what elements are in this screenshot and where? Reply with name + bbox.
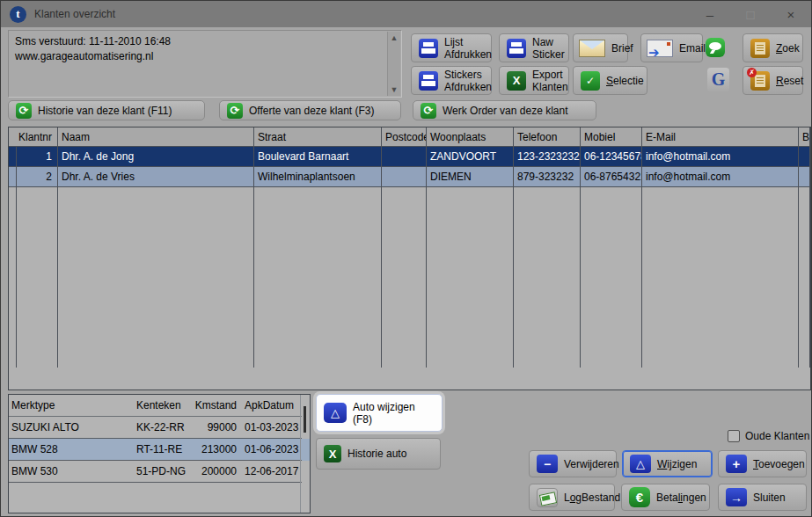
col-klantnr[interactable]: Klantnr bbox=[14, 127, 58, 147]
cell-straat: Boulevard Barnaart bbox=[254, 147, 382, 166]
col-woonplaats[interactable]: Woonplaats bbox=[427, 127, 514, 147]
email-icon: ➔ bbox=[647, 40, 673, 57]
empty-table-area bbox=[9, 187, 810, 368]
refresh-icon: ⟳ bbox=[227, 103, 243, 119]
cell-kenteken: 51-PD-NG bbox=[134, 461, 192, 483]
col-naam[interactable]: Naam bbox=[58, 127, 254, 147]
euro-icon: € bbox=[629, 487, 650, 507]
cell-naam: Dhr. A. de Jong bbox=[58, 147, 254, 166]
col-straat[interactable]: Straat bbox=[254, 127, 382, 147]
stickers-afdrukken-button[interactable]: StickersAfdrukken bbox=[411, 66, 492, 95]
info-scrollbar[interactable]: ▲ ▼ bbox=[387, 32, 400, 96]
exit-arrow-icon: → bbox=[726, 488, 747, 506]
close-icon[interactable]: × bbox=[771, 1, 811, 27]
col-merktype[interactable]: Merktype bbox=[9, 395, 134, 417]
cell-be bbox=[799, 147, 810, 166]
cell-kenteken: RT-11-RE bbox=[134, 439, 192, 461]
col-postcode[interactable]: Postcode bbox=[382, 127, 427, 147]
cell-kmstand: 99000 bbox=[192, 417, 242, 439]
lijst-afdrukken-button[interactable]: LijstAfdrukken bbox=[411, 33, 492, 62]
werkorder-klant-button[interactable]: ⟳ Werk Order van deze klant bbox=[413, 100, 596, 120]
oude-klanten-row: Oude Klanten bbox=[728, 430, 809, 442]
col-kmstand[interactable]: Kmstand bbox=[192, 395, 242, 417]
cell-email: info@hotmail.com bbox=[642, 147, 799, 166]
auto-wijzigen-button[interactable]: △ Auto wijzigen (F8) bbox=[316, 394, 443, 432]
sluiten-label: Sluiten bbox=[753, 492, 786, 504]
historie-auto-button[interactable]: X Historie auto bbox=[316, 438, 441, 470]
historie-auto-label: Historie auto bbox=[347, 448, 406, 460]
brief-button[interactable]: Brief bbox=[573, 33, 628, 62]
stickers-afdrukken-label-2: Afdrukken bbox=[444, 81, 492, 93]
selectie-button[interactable]: ✓ Selectie bbox=[573, 66, 647, 95]
table-row[interactable]: BMW 528 RT-11-RE 213000 01-06-2023 bbox=[9, 439, 310, 461]
col-telefoon[interactable]: Telefoon bbox=[514, 127, 581, 147]
cell-merktype: SUZUKI ALTO bbox=[9, 417, 134, 439]
col-kenteken[interactable]: Kenteken bbox=[134, 395, 192, 417]
cell-mobiel: 06-12345678 bbox=[581, 147, 642, 166]
cell-telefoon: 123-2323232 bbox=[514, 147, 581, 166]
scroll-up-icon[interactable]: ▲ bbox=[391, 33, 399, 42]
table-row[interactable]: BMW 530 51-PD-NG 200000 12-06-2017 bbox=[9, 461, 310, 483]
toevoegen-button[interactable]: + Toevoegen bbox=[718, 450, 807, 477]
naw-sticker-label-2: Sticker bbox=[532, 48, 565, 61]
window-controls: – □ × bbox=[690, 1, 811, 27]
minimize-icon[interactable]: – bbox=[690, 1, 730, 27]
google-icon[interactable]: G bbox=[707, 68, 729, 91]
cell-straat: Wilhelminaplantsoen bbox=[254, 167, 382, 186]
cell-telefoon: 879-323232 bbox=[514, 167, 581, 186]
cell-klantnr: 1 bbox=[14, 147, 58, 166]
betalingen-button[interactable]: € Betalingen bbox=[621, 484, 710, 511]
reset-button[interactable]: ✗ Reset bbox=[743, 66, 803, 95]
brief-label: Brief bbox=[611, 42, 633, 55]
checkmark-icon: ✓ bbox=[581, 71, 600, 91]
scrollbar-thumb[interactable] bbox=[304, 406, 306, 433]
customers-header-row: Klantnr Naam Straat Postcode Woonplaats … bbox=[9, 127, 810, 147]
werkorder-klant-label: Werk Order van deze klant bbox=[443, 105, 568, 117]
cell-be bbox=[799, 167, 810, 186]
plus-icon: + bbox=[726, 455, 747, 473]
window-title: Klanten overzicht bbox=[34, 8, 115, 20]
cell-postcode bbox=[382, 147, 427, 166]
sms-chat-icon[interactable] bbox=[706, 38, 725, 57]
betalingen-label: ngen bbox=[683, 492, 706, 504]
maximize-icon[interactable]: □ bbox=[730, 1, 771, 27]
lijst-afdrukken-label-2: Afdrukken bbox=[444, 48, 492, 61]
cell-apkdatum: 01-06-2023 bbox=[242, 439, 302, 461]
logbestand-accel: og bbox=[570, 492, 582, 504]
zoek-label: oek bbox=[782, 42, 799, 55]
table-row[interactable]: SUZUKI ALTO KK-22-RR 99000 01-03-2023 bbox=[9, 417, 310, 439]
oude-klanten-checkbox[interactable] bbox=[728, 430, 740, 442]
vehicles-scrollbar[interactable] bbox=[300, 395, 310, 513]
email-label: Email bbox=[679, 42, 706, 55]
logbestand-button[interactable]: LogBestand bbox=[529, 484, 615, 511]
selectie-accel: S bbox=[606, 75, 613, 87]
sluiten-button[interactable]: → Sluiten bbox=[718, 484, 807, 511]
wijzigen-button[interactable]: △ Wijzigen bbox=[622, 450, 713, 477]
historie-klant-button[interactable]: ⟳ Historie van deze klant (F11) bbox=[8, 100, 205, 120]
zoek-button[interactable]: Zoek bbox=[743, 33, 803, 62]
col-be[interactable]: Be bbox=[799, 127, 810, 147]
envelope-icon bbox=[579, 40, 605, 57]
clipboard-reset-icon: ✗ bbox=[750, 71, 770, 91]
offerte-klant-label: Offerte van deze klant (F3) bbox=[249, 105, 375, 117]
table-row[interactable]: 2 Dhr. A. de Vries Wilhelminaplantsoen D… bbox=[9, 167, 810, 187]
reset-label: eset bbox=[784, 75, 804, 87]
naw-sticker-button[interactable]: NawSticker bbox=[499, 33, 569, 62]
scroll-down-icon[interactable]: ▼ bbox=[391, 85, 399, 94]
printer-icon bbox=[507, 39, 526, 58]
col-mobiel[interactable]: Mobiel bbox=[581, 127, 642, 147]
cell-klantnr: 2 bbox=[14, 167, 58, 186]
offerte-klant-button[interactable]: ⟳ Offerte van deze klant (F3) bbox=[219, 100, 401, 120]
col-apkdatum[interactable]: ApkDatum bbox=[242, 395, 302, 417]
export-klanten-button[interactable]: X ExportKlanten bbox=[499, 66, 569, 95]
auto-wijzigen-label: Auto wijzigen (F8) bbox=[353, 401, 435, 426]
customers-table: Klantnr Naam Straat Postcode Woonplaats … bbox=[8, 127, 811, 390]
refresh-icon: ⟳ bbox=[421, 103, 436, 119]
col-email[interactable]: E-Mail bbox=[642, 127, 799, 147]
verwijderen-button[interactable]: − Verwijderen bbox=[529, 450, 617, 477]
table-row[interactable]: 1 Dhr. A. de Jong Boulevard Barnaart ZAN… bbox=[9, 147, 810, 167]
email-button[interactable]: ➔ Email bbox=[640, 33, 703, 62]
vehicles-table: Merktype Kenteken Kmstand ApkDatum SUZUK… bbox=[8, 394, 311, 513]
lijst-afdrukken-label-1: Lijst bbox=[444, 36, 463, 48]
toevoegen-label: oevoegen bbox=[758, 458, 805, 470]
